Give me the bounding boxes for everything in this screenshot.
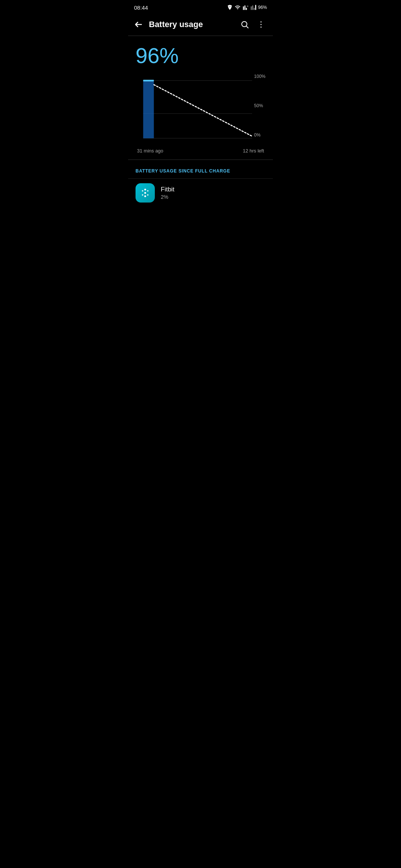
- page-title: Battery usage: [149, 20, 237, 29]
- app-bar-actions: [237, 17, 268, 32]
- fitbit-app-info: Fitbit 2%: [161, 186, 265, 200]
- battery-percent-status: 96%: [258, 5, 267, 10]
- fitbit-app-icon: [136, 183, 155, 203]
- alarm-icon: [227, 4, 233, 10]
- svg-point-2: [242, 22, 247, 27]
- usage-section-title: BATTERY USAGE SINCE FULL CHARGE: [136, 168, 230, 174]
- svg-point-15: [144, 195, 146, 197]
- usage-section-header: BATTERY USAGE SINCE FULL CHARGE: [128, 160, 273, 178]
- status-bar: 08:44 R 96%: [128, 0, 273, 13]
- fitbit-icon: [139, 187, 151, 199]
- svg-line-12: [154, 85, 252, 136]
- more-options-button[interactable]: [254, 17, 268, 32]
- svg-point-5: [261, 24, 262, 25]
- svg-point-6: [261, 27, 262, 28]
- svg-point-13: [144, 189, 146, 191]
- svg-rect-11: [143, 80, 154, 81]
- battery-chart: 100% 50% 0%: [136, 72, 265, 147]
- back-button[interactable]: [131, 17, 146, 32]
- chart-labels-right: 100% 50% 0%: [254, 72, 265, 147]
- svg-line-3: [247, 26, 249, 29]
- svg-point-14: [144, 192, 146, 194]
- battery-section: 96% 100% 50% 0% 31 mins ago 12 hrs left: [128, 36, 273, 160]
- svg-point-4: [261, 22, 262, 23]
- app-bar: Battery usage: [128, 13, 273, 36]
- svg-text:R: R: [247, 5, 248, 7]
- status-time: 08:44: [134, 4, 148, 11]
- status-icons: R 96%: [227, 4, 267, 10]
- svg-point-18: [147, 190, 149, 192]
- signal-bars-icon: [250, 4, 256, 10]
- svg-point-19: [147, 194, 149, 196]
- chart-time-labels: 31 mins ago 12 hrs left: [136, 148, 265, 154]
- svg-point-16: [142, 190, 143, 192]
- chart-label-50: 50%: [254, 103, 265, 108]
- svg-rect-10: [143, 80, 154, 138]
- chart-label-100: 100%: [254, 74, 265, 79]
- fitbit-app-usage: 2%: [161, 194, 265, 200]
- signal-r-icon: R: [242, 4, 248, 10]
- svg-point-17: [142, 194, 143, 196]
- battery-percent-large: 96%: [136, 45, 265, 66]
- chart-start-time: 31 mins ago: [137, 148, 163, 154]
- chart-end-time: 12 hrs left: [243, 148, 264, 154]
- search-button[interactable]: [237, 17, 252, 32]
- battery-chart-svg: [136, 72, 265, 147]
- app-item-fitbit[interactable]: Fitbit 2%: [128, 179, 273, 207]
- wifi-icon: [235, 4, 241, 10]
- chart-label-0: 0%: [254, 132, 265, 138]
- fitbit-app-name: Fitbit: [161, 186, 265, 193]
